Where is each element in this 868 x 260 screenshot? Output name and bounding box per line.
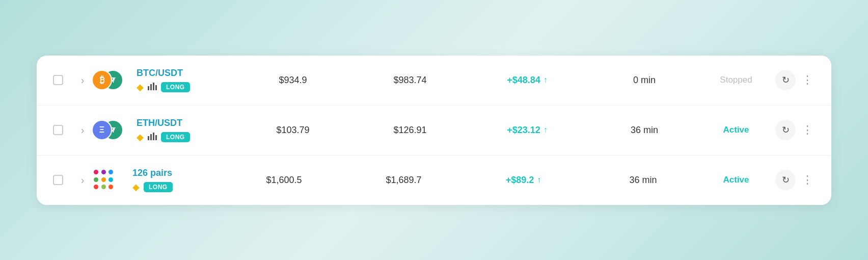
status-multi: Active (723, 175, 749, 185)
dot-5 (101, 177, 106, 182)
svg-rect-3 (155, 85, 157, 90)
profit-value-eth: +$23.12 (507, 125, 540, 136)
badges-eth: ◆ LONG (137, 132, 234, 143)
profit-btc: +$48.84 ↑ (469, 75, 586, 86)
svg-rect-0 (148, 86, 149, 90)
profit-multi: +$89.2 ↑ (464, 175, 583, 186)
chevron-down-icon-eth: › (81, 124, 85, 136)
long-badge-eth: LONG (161, 132, 190, 142)
binance-icon-eth: ◆ (137, 132, 144, 143)
row-eth: › Ξ ₮ ETH/USDT ◆ (37, 106, 831, 155)
actions-btc: ↻ ⋮ (769, 70, 815, 90)
refresh-button-multi[interactable]: ↻ (775, 170, 796, 190)
long-badge-btc: LONG (161, 82, 190, 92)
binance-icon-btc: ◆ (137, 82, 144, 93)
dot-6 (108, 177, 113, 182)
invested-eth: $103.79 (234, 125, 351, 136)
svg-rect-5 (150, 134, 152, 140)
svg-rect-4 (148, 136, 149, 140)
checkbox-input-btc[interactable] (53, 75, 63, 85)
chevron-down-icon: › (81, 74, 85, 86)
profit-value-btc: +$48.84 (507, 75, 540, 86)
value-multi: $1,689.7 (344, 175, 464, 186)
time-btc: 0 min (586, 75, 703, 86)
profit-value-multi: +$89.2 (506, 175, 534, 186)
profit-eth: +$23.12 ↑ (469, 125, 586, 136)
trading-list: › ₿ ₮ BTC/USDT ◆ (37, 56, 831, 205)
dot-2 (101, 170, 106, 174)
pair-info-multi: 126 pairs ◆ LONG (122, 168, 224, 193)
checkbox-multi[interactable] (53, 175, 73, 185)
profit-arrow-btc: ↑ (544, 75, 548, 85)
data-cols-btc: $934.9 $983.74 +$48.84 ↑ 0 min (234, 75, 703, 86)
dot-9 (108, 185, 113, 189)
btc-coin-icon: ₿ (92, 70, 112, 90)
invested-btc: $934.9 (234, 75, 351, 86)
more-button-btc[interactable]: ⋮ (800, 71, 815, 89)
status-col-multi: Active (703, 175, 769, 185)
badges-multi: ◆ LONG (132, 181, 224, 193)
svg-rect-7 (155, 135, 157, 140)
dot-3 (108, 170, 113, 174)
chart-icon-eth (148, 132, 157, 142)
dot-1 (94, 170, 98, 174)
dot-8 (101, 185, 106, 189)
eth-coin-icon: Ξ (92, 120, 112, 140)
actions-multi: ↻ ⋮ (769, 170, 815, 190)
status-col-eth: Active (703, 125, 769, 135)
coin-icons-eth: Ξ ₮ (92, 118, 132, 142)
row-btc: › ₿ ₮ BTC/USDT ◆ (37, 56, 831, 106)
row-multi: › 126 pairs ◆ LONG $1,600.5 (37, 155, 831, 205)
value-eth: $126.91 (351, 125, 469, 136)
long-badge-multi: LONG (144, 182, 173, 192)
checkbox-btc[interactable] (53, 75, 73, 85)
data-cols-multi: $1,600.5 $1,689.7 +$89.2 ↑ 36 min (224, 175, 703, 186)
svg-rect-6 (153, 133, 154, 140)
checkbox-input-multi[interactable] (53, 175, 63, 185)
checkbox-input-eth[interactable] (53, 125, 63, 135)
dot-7 (94, 185, 98, 189)
chevron-btc[interactable]: › (73, 74, 92, 86)
profit-arrow-eth: ↑ (544, 125, 548, 135)
data-cols-eth: $103.79 $126.91 +$23.12 ↑ 36 min (234, 125, 703, 136)
svg-rect-1 (150, 84, 152, 90)
pair-info-eth: ETH/USDT ◆ LONG (132, 118, 234, 143)
more-button-multi[interactable]: ⋮ (800, 171, 815, 189)
time-multi: 36 min (583, 175, 703, 186)
status-col-btc: Stopped (703, 75, 769, 85)
chevron-down-icon-multi: › (81, 174, 85, 186)
chevron-eth[interactable]: › (73, 124, 92, 136)
pair-name-btc: BTC/USDT (137, 68, 234, 79)
status-btc: Stopped (720, 75, 752, 85)
pair-name-multi: 126 pairs (132, 168, 224, 178)
more-button-eth[interactable]: ⋮ (800, 121, 815, 139)
profit-arrow-multi: ↑ (537, 175, 541, 185)
svg-rect-2 (153, 83, 154, 90)
refresh-button-btc[interactable]: ↻ (775, 70, 796, 90)
status-eth: Active (723, 125, 749, 135)
pair-name-eth: ETH/USDT (137, 118, 234, 128)
checkbox-eth[interactable] (53, 125, 73, 135)
refresh-button-eth[interactable]: ↻ (775, 120, 796, 140)
time-eth: 36 min (586, 125, 703, 136)
binance-icon-multi: ◆ (132, 181, 140, 193)
pair-info-btc: BTC/USDT ◆ LONG (132, 68, 234, 93)
coin-icons-multi (92, 168, 122, 192)
actions-eth: ↻ ⋮ (769, 120, 815, 140)
coin-icons-btc: ₿ ₮ (92, 68, 132, 92)
chart-icon-btc (148, 82, 157, 92)
chevron-multi[interactable]: › (73, 174, 92, 186)
multi-dots-icon (92, 168, 116, 192)
badges-btc: ◆ LONG (137, 82, 234, 93)
value-btc: $983.74 (351, 75, 469, 86)
invested-multi: $1,600.5 (224, 175, 344, 186)
dot-4 (94, 177, 98, 182)
